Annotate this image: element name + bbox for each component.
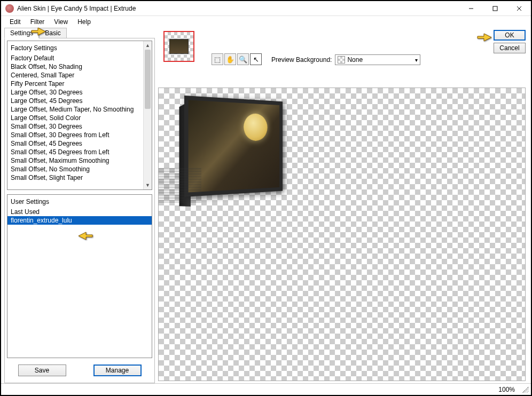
list-item[interactable]: Small Offset, Maximum Smoothing [7,156,152,165]
minimize-button[interactable] [459,2,483,15]
pointer-tool-icon[interactable]: ↖ [250,53,262,65]
list-item[interactable]: Last Used [7,208,152,216]
marquee-tool-icon[interactable]: ⬚ [212,53,223,65]
menu-help[interactable]: Help [73,17,95,27]
scrollbar[interactable]: ▲ ▼ [143,41,152,189]
thumbnail-image [169,39,189,54]
scroll-thumb[interactable] [145,50,151,109]
preview-canvas[interactable]: claudia [158,88,526,381]
list-item[interactable]: Large Offset, 30 Degrees [7,88,152,97]
list-item[interactable]: Black Offset, No Shading [7,62,152,71]
scroll-down-icon[interactable]: ▼ [144,181,152,189]
list-item[interactable]: Large Offset, Solid Color [7,114,152,122]
cancel-button[interactable]: Cancel [494,43,526,53]
save-button[interactable]: Save [18,365,66,376]
hand-tool-icon[interactable]: ✋ [224,53,236,65]
ok-button[interactable]: OK [494,30,526,41]
svg-rect-1 [493,6,497,11]
maximize-button[interactable] [483,2,507,15]
titlebar: Alien Skin | Eye Candy 5 Impact | Extrud… [1,1,531,16]
transparency-swatch-icon [338,56,345,64]
right-panel: ⬚ ✋ 🔍 ↖ Preview Background: None ▾ OK Ca… [158,28,531,383]
chevron-down-icon: ▾ [413,57,420,63]
minimize-icon [468,6,474,11]
preview-bg-select[interactable]: None ▾ [335,54,420,65]
list-item[interactable]: florentin_extrude_lulu [7,216,152,225]
menu-filter[interactable]: Filter [26,17,49,27]
statusbar: 100% [1,383,531,395]
menubar: Edit Filter View Help [1,16,531,28]
scroll-up-icon[interactable]: ▲ [144,41,152,50]
list-item[interactable]: Small Offset, 45 Degrees from Left [7,148,152,156]
preview-thumbnail[interactable] [163,31,194,62]
zoom-tool-icon[interactable]: 🔍 [237,53,249,65]
factory-settings-list[interactable]: Factory Settings Factory DefaultBlack Of… [7,41,152,190]
factory-settings-header: Factory Settings [7,42,152,54]
menu-view[interactable]: View [50,17,72,27]
close-icon [517,6,522,11]
list-item[interactable]: Large Offset, Medium Taper, No Smoothing [7,105,152,114]
resize-grip-icon[interactable] [522,386,529,393]
app-icon [5,4,14,13]
list-item[interactable]: Factory Default [7,54,152,62]
extrude-preview-image [161,91,310,214]
zoom-level: 100% [498,386,515,393]
list-item[interactable]: Small Offset, 30 Degrees from Left [7,131,152,139]
tab-basic[interactable]: Basic [39,28,66,38]
list-item[interactable]: Fifty Percent Taper [7,80,152,88]
preview-bg-label: Preview Background: [271,56,332,64]
manage-button[interactable]: Manage [93,365,142,376]
tab-settings[interactable]: Settings [4,28,39,38]
close-button[interactable] [507,2,531,15]
list-item[interactable]: Small Offset, No Smoothing [7,165,152,173]
maximize-icon [492,6,498,11]
window: Alien Skin | Eye Candy 5 Impact | Extrud… [0,0,532,396]
list-item[interactable]: Small Offset, Slight Taper [7,173,152,182]
list-item[interactable]: Small Offset, 30 Degrees [7,122,152,131]
list-item[interactable]: Centered, Small Taper [7,71,152,80]
menu-edit[interactable]: Edit [5,17,25,27]
list-item[interactable]: Small Offset, 45 Degrees [7,139,152,148]
user-settings-header: User Settings [7,196,152,208]
pointer-annotation-icon [476,31,492,43]
left-panel: Settings Basic Factory Settings Factory … [1,28,158,383]
window-title: Alien Skin | Eye Candy 5 Impact | Extrud… [17,5,459,12]
list-item[interactable]: Large Offset, 45 Degrees [7,97,152,105]
preview-bg-value: None [347,56,363,64]
user-settings-list[interactable]: User SettingsLast Usedflorentin_extrude_… [7,194,152,358]
